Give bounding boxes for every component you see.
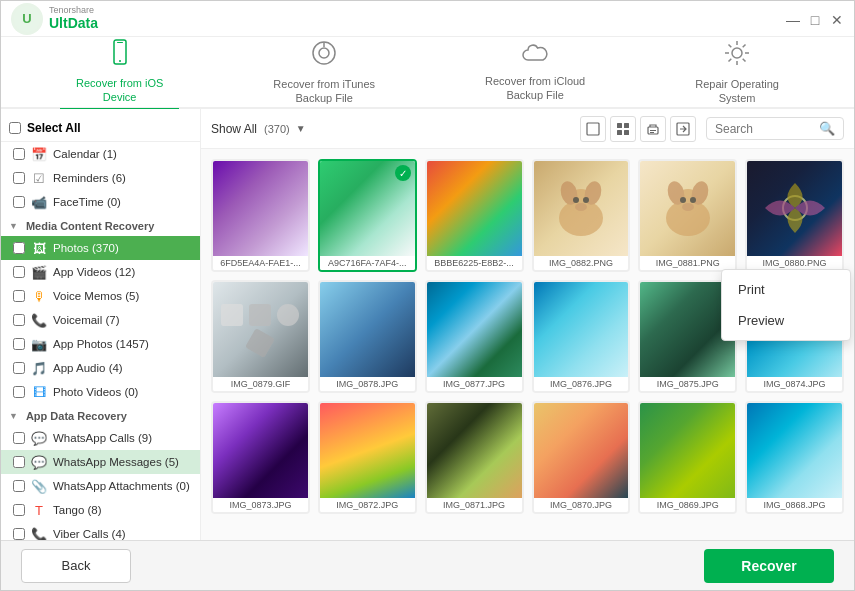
print-icon[interactable] — [640, 116, 666, 142]
itunes-icon — [310, 39, 338, 73]
photo-label-8: IMG_0877.JPG — [427, 377, 522, 391]
toolbar-recover-ios[interactable]: Recover from iOSDevice — [60, 34, 179, 111]
svg-point-29 — [680, 197, 686, 203]
sidebar-checkbox-photos[interactable] — [13, 242, 25, 254]
minimize-button[interactable]: — — [786, 12, 800, 26]
photo-label-13: IMG_0872.JPG — [320, 498, 415, 512]
sidebar-item-photos[interactable]: 🖼 Photos (370) — [1, 236, 200, 260]
maximize-button[interactable]: □ — [808, 12, 822, 26]
photo-item-5[interactable]: IMG_0880.PNG — [745, 159, 844, 272]
photo-label-1: A9C716FA-7AF4-... — [320, 256, 415, 270]
photo-item-13[interactable]: IMG_0872.JPG — [318, 401, 417, 514]
sidebar-item-viber-calls[interactable]: 📞 Viber Calls (4) — [1, 522, 200, 540]
back-button[interactable]: Back — [21, 549, 131, 583]
sidebar-checkbox-whatsapp-messages[interactable] — [13, 456, 25, 468]
sidebar-item-voicemail[interactable]: 📞 Voicemail (7) — [1, 308, 200, 332]
toolbar-icloud[interactable]: Recover from iCloudBackup File — [469, 38, 601, 107]
photo-item-1[interactable]: ✓ A9C716FA-7AF4-... — [318, 159, 417, 272]
select-all-label: Select All — [27, 121, 81, 135]
sidebar-item-whatsapp-attachments[interactable]: 📎 WhatsApp Attachments (0) — [1, 474, 200, 498]
photo-item-0[interactable]: 6FD5EA4A-FAE1-... — [211, 159, 310, 272]
footer: Back Recover — [1, 540, 854, 590]
sidebar-checkbox-facetime[interactable] — [13, 196, 25, 208]
photo-item-7[interactable]: IMG_0878.JPG — [318, 280, 417, 393]
photo-item-12[interactable]: IMG_0873.JPG — [211, 401, 310, 514]
view-grid-icon[interactable] — [610, 116, 636, 142]
photo-label-12: IMG_0873.JPG — [213, 498, 308, 512]
sidebar-checkbox-photo-videos[interactable] — [13, 386, 25, 398]
select-all-row[interactable]: Select All — [1, 115, 200, 142]
expand-app-data-icon: ▼ — [9, 411, 18, 421]
photo-label-14: IMG_0871.JPG — [427, 498, 522, 512]
sidebar-checkbox-app-videos[interactable] — [13, 266, 25, 278]
toolbar-itunes[interactable]: Recover from iTunesBackup File — [257, 35, 391, 110]
sidebar-item-photo-videos[interactable]: 🎞 Photo Videos (0) — [1, 380, 200, 404]
select-all-checkbox[interactable] — [9, 122, 21, 134]
photo-item-2[interactable]: BBBE6225-E8B2-... — [425, 159, 524, 272]
sidebar-item-whatsapp-messages[interactable]: 💬 WhatsApp Messages (5) — [1, 450, 200, 474]
photo-item-14[interactable]: IMG_0871.JPG — [425, 401, 524, 514]
sidebar-checkbox-app-audio[interactable] — [13, 362, 25, 374]
menu-item-print[interactable]: Print — [722, 274, 850, 305]
show-all-label: Show All — [211, 122, 257, 136]
photo-item-3[interactable]: IMG_0882.PNG — [532, 159, 631, 272]
search-input[interactable] — [715, 122, 815, 136]
viber-calls-icon: 📞 — [31, 526, 47, 540]
photo-grid-area: 6FD5EA4A-FAE1-... ✓ A9C716FA-7AF4-... BB… — [201, 149, 854, 540]
photo-item-16[interactable]: IMG_0869.JPG — [638, 401, 737, 514]
sidebar-checkbox-whatsapp-calls[interactable] — [13, 432, 25, 444]
sidebar-item-whatsapp-calls[interactable]: 💬 WhatsApp Calls (9) — [1, 426, 200, 450]
sidebar-checkbox-calendar[interactable] — [13, 148, 25, 160]
sidebar-label-voicemail: Voicemail (7) — [53, 314, 119, 326]
close-button[interactable]: ✕ — [830, 12, 844, 26]
photo-label-10: IMG_0875.JPG — [640, 377, 735, 391]
dropdown-arrow-icon: ▼ — [296, 123, 306, 134]
sidebar-item-calendar[interactable]: 📅 Calendar (1) — [1, 142, 200, 166]
photo-label-2: BBBE6225-E8B2-... — [427, 256, 522, 270]
sidebar-checkbox-app-photos[interactable] — [13, 338, 25, 350]
sidebar-checkbox-reminders[interactable] — [13, 172, 25, 184]
sidebar-item-voice-memos[interactable]: 🎙 Voice Memos (5) — [1, 284, 200, 308]
photo-item-6[interactable]: IMG_0879.GIF — [211, 280, 310, 393]
sidebar-label-whatsapp-messages: WhatsApp Messages (5) — [53, 456, 179, 468]
sidebar-item-app-audio[interactable]: 🎵 App Audio (4) — [1, 356, 200, 380]
view-icons — [580, 116, 696, 142]
sidebar-item-tango[interactable]: T Tango (8) — [1, 498, 200, 522]
sidebar-checkbox-voicemail[interactable] — [13, 314, 25, 326]
sidebar-checkbox-whatsapp-attachments[interactable] — [13, 480, 25, 492]
photo-item-17[interactable]: IMG_0868.JPG — [745, 401, 844, 514]
recover-button[interactable]: Recover — [704, 549, 834, 583]
menu-item-preview[interactable]: Preview — [722, 305, 850, 336]
sidebar-item-app-photos[interactable]: 📷 App Photos (1457) — [1, 332, 200, 356]
sidebar-checkbox-tango[interactable] — [13, 504, 25, 516]
sidebar-item-facetime[interactable]: 📹 FaceTime (0) — [1, 190, 200, 214]
photo-label-3: IMG_0882.PNG — [534, 256, 629, 270]
ios-device-icon — [106, 38, 134, 72]
count-label: (370) — [261, 123, 290, 135]
photo-item-4[interactable]: IMG_0881.PNG — [638, 159, 737, 272]
expand-media-icon: ▼ — [9, 221, 18, 231]
sidebar-checkbox-voice-memos[interactable] — [13, 290, 25, 302]
photo-item-15[interactable]: IMG_0870.JPG — [532, 401, 631, 514]
reminders-icon: ☑ — [31, 170, 47, 186]
photo-item-8[interactable]: IMG_0877.JPG — [425, 280, 524, 393]
photo-label-11: IMG_0874.JPG — [747, 377, 842, 391]
photo-label-0: 6FD5EA4A-FAE1-... — [213, 256, 308, 270]
voice-memos-icon: 🎙 — [31, 288, 47, 304]
facetime-icon: 📹 — [31, 194, 47, 210]
sidebar-item-app-videos[interactable]: 🎬 App Videos (12) — [1, 260, 200, 284]
toolbar-repair[interactable]: Repair OperatingSystem — [679, 35, 795, 110]
show-all-dropdown[interactable]: Show All (370) ▼ — [211, 122, 306, 136]
export-icon[interactable] — [670, 116, 696, 142]
search-box: 🔍 — [706, 117, 844, 140]
voicemail-icon: 📞 — [31, 312, 47, 328]
sidebar-checkbox-viber-calls[interactable] — [13, 528, 25, 540]
app-window: U Tenorshare UltData — □ ✕ Recover from … — [0, 0, 855, 591]
view-single-icon[interactable] — [580, 116, 606, 142]
svg-rect-16 — [650, 132, 654, 133]
main-toolbar: Recover from iOSDevice Recover from iTun… — [1, 37, 854, 109]
section-app-data-label: App Data Recovery — [26, 410, 127, 422]
sidebar-item-reminders[interactable]: ☑ Reminders (6) — [1, 166, 200, 190]
search-icon[interactable]: 🔍 — [819, 121, 835, 136]
photo-item-9[interactable]: IMG_0876.JPG — [532, 280, 631, 393]
